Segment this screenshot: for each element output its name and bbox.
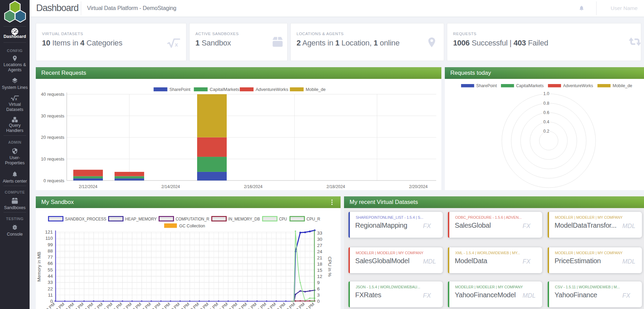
svg-text:0.4: 0.4 xyxy=(543,120,549,124)
svg-text:24: 24 xyxy=(317,249,323,254)
svg-text:9 PM: 9 PM xyxy=(170,302,181,309)
svg-text:Memory in MB: Memory in MB xyxy=(36,251,42,281)
svg-text:12: 12 xyxy=(317,274,322,279)
svg-text:CapitalMarkets: CapitalMarkets xyxy=(210,87,239,92)
svg-text:77: 77 xyxy=(47,255,53,260)
svg-text:4 PM: 4 PM xyxy=(74,302,85,309)
svg-text:2/14/2024: 2/14/2024 xyxy=(161,184,180,189)
svg-text:3 PM: 3 PM xyxy=(295,302,306,309)
svg-text:COMPUTATION_R: COMPUTATION_R xyxy=(175,216,209,222)
svg-text:3 PM: 3 PM xyxy=(65,302,75,309)
svg-text:11: 11 xyxy=(48,292,53,298)
svg-text:2/12/2024: 2/12/2024 xyxy=(79,184,97,189)
svg-text:9: 9 xyxy=(317,280,320,285)
svg-text:22: 22 xyxy=(47,286,53,291)
svg-text:40 requests: 40 requests xyxy=(41,92,64,97)
svg-text:8 PM: 8 PM xyxy=(151,302,162,309)
svg-text:Mobile_de: Mobile_de xyxy=(306,87,326,92)
svg-text:AdventureWorks: AdventureWorks xyxy=(563,83,593,88)
svg-text:IN_MEMORY_DB: IN_MEMORY_DB xyxy=(228,216,260,222)
svg-text:2/18/2024: 2/18/2024 xyxy=(326,184,345,189)
svg-text:CPU_R: CPU_R xyxy=(307,216,320,222)
svg-text:15: 15 xyxy=(317,268,322,273)
svg-text:30 requests: 30 requests xyxy=(41,113,64,119)
svg-text:0.6: 0.6 xyxy=(543,110,549,115)
svg-text:GC Collection: GC Collection xyxy=(179,223,205,228)
svg-text:20 requests: 20 requests xyxy=(41,135,64,140)
svg-text:6: 6 xyxy=(317,286,320,291)
svg-text:5 PM: 5 PM xyxy=(94,302,104,309)
svg-text:21: 21 xyxy=(317,255,322,260)
svg-text:0.8: 0.8 xyxy=(543,101,549,106)
svg-text:110: 110 xyxy=(45,236,53,241)
svg-text:3 PM: 3 PM xyxy=(286,302,296,309)
svg-text:CPU: CPU xyxy=(279,216,287,222)
svg-text:33: 33 xyxy=(47,280,53,285)
svg-text:6 PM: 6 PM xyxy=(122,302,133,309)
svg-text:33: 33 xyxy=(317,230,322,236)
svg-text:6 PM: 6 PM xyxy=(113,302,124,309)
svg-text:0: 0 xyxy=(317,299,320,304)
svg-text:88: 88 xyxy=(47,248,53,254)
svg-text:1 PM: 1 PM xyxy=(257,302,268,309)
svg-text:55: 55 xyxy=(47,267,53,272)
svg-text:121: 121 xyxy=(45,229,53,235)
svg-text:3 PM: 3 PM xyxy=(55,302,66,309)
svg-text:7 PM: 7 PM xyxy=(141,302,152,309)
svg-text:Mobile_de: Mobile_de xyxy=(613,83,632,88)
svg-text:0.2: 0.2 xyxy=(543,129,549,134)
svg-text:5 PM: 5 PM xyxy=(103,302,114,309)
svg-text:10 requests: 10 requests xyxy=(41,156,64,162)
svg-text:1 PM: 1 PM xyxy=(247,302,258,309)
svg-text:SharePoint: SharePoint xyxy=(170,87,191,92)
svg-text:44: 44 xyxy=(47,274,53,279)
svg-text:SharePoint: SharePoint xyxy=(476,83,497,88)
svg-text:x: x xyxy=(175,41,178,48)
svg-text:AdventureWorks: AdventureWorks xyxy=(256,87,288,92)
svg-text:30: 30 xyxy=(317,237,322,242)
svg-text:CPU in %: CPU in % xyxy=(327,257,332,277)
svg-text:9 PM: 9 PM xyxy=(180,302,191,309)
svg-text:0 requests: 0 requests xyxy=(43,178,64,183)
svg-text:2 PM: 2 PM xyxy=(276,302,287,309)
svg-text:2/20/2024: 2/20/2024 xyxy=(409,184,428,189)
svg-text:99: 99 xyxy=(47,242,53,247)
svg-text:CapitalMarkets: CapitalMarkets xyxy=(516,83,544,88)
svg-text:1.0: 1.0 xyxy=(543,91,549,96)
svg-text:4 PM: 4 PM xyxy=(305,302,315,309)
svg-text:SANDBOX_PROCESS: SANDBOX_PROCESS xyxy=(65,216,106,222)
svg-text:2 PM: 2 PM xyxy=(267,302,277,309)
svg-text:4 PM: 4 PM xyxy=(84,302,95,309)
svg-text:8 PM: 8 PM xyxy=(161,302,171,309)
svg-text:x: x xyxy=(15,97,17,101)
svg-text:18: 18 xyxy=(317,261,322,267)
svg-text:66: 66 xyxy=(47,261,53,266)
svg-text:7 PM: 7 PM xyxy=(132,302,142,309)
svg-text:HEAP_MEMORY: HEAP_MEMORY xyxy=(125,216,157,222)
svg-text:3: 3 xyxy=(317,292,320,298)
svg-text:27: 27 xyxy=(317,243,322,248)
svg-text:2/16/2024: 2/16/2024 xyxy=(244,184,262,189)
